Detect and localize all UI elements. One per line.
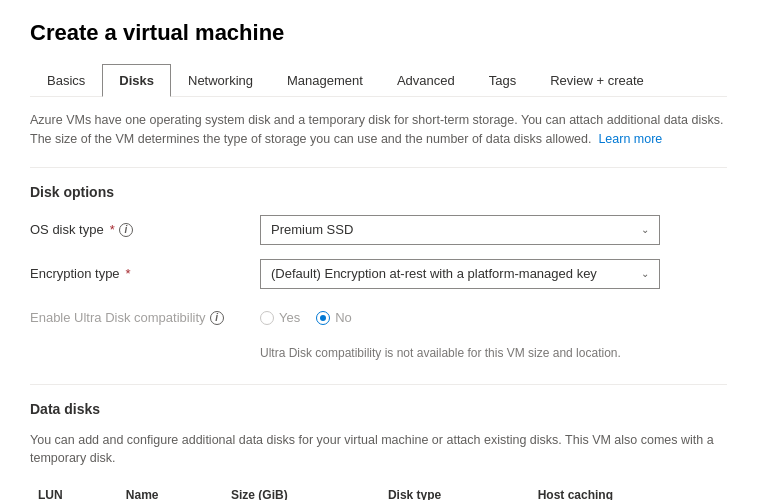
page-title: Create a virtual machine <box>30 20 727 46</box>
radio-yes-circle <box>260 311 274 325</box>
chevron-down-icon: ⌄ <box>641 224 649 235</box>
tab-tags[interactable]: Tags <box>472 64 533 97</box>
page-description: Azure VMs have one operating system disk… <box>30 111 727 149</box>
os-disk-type-row: OS disk type * i Premium SSD ⌄ <box>30 214 727 246</box>
os-disk-type-control: Premium SSD ⌄ <box>260 215 660 245</box>
tab-review-create[interactable]: Review + create <box>533 64 661 97</box>
encryption-type-row: Encryption type * (Default) Encryption a… <box>30 258 727 290</box>
disk-options-title: Disk options <box>30 184 727 200</box>
encryption-type-select[interactable]: (Default) Encryption at-rest with a plat… <box>260 259 660 289</box>
required-marker-2: * <box>126 266 131 281</box>
os-disk-type-label: OS disk type * i <box>30 222 260 237</box>
radio-no-circle <box>316 311 330 325</box>
col-disk-type: Disk type <box>380 482 530 500</box>
data-disks-description: You can add and configure additional dat… <box>30 431 727 469</box>
divider <box>30 167 727 168</box>
tab-networking[interactable]: Networking <box>171 64 270 97</box>
tab-management[interactable]: Management <box>270 64 380 97</box>
encryption-type-label: Encryption type * <box>30 266 260 281</box>
ultra-disk-label: Enable Ultra Disk compatibility i <box>30 310 260 325</box>
col-host-caching: Host caching <box>530 482 727 500</box>
ultra-disk-yes-option[interactable]: Yes <box>260 310 300 325</box>
chevron-down-icon-2: ⌄ <box>641 268 649 279</box>
os-disk-type-info-icon[interactable]: i <box>119 223 133 237</box>
ultra-disk-no-option[interactable]: No <box>316 310 352 325</box>
tab-bar: Basics Disks Networking Management Advan… <box>30 64 727 97</box>
ultra-disk-control: Yes No <box>260 310 660 325</box>
learn-more-link[interactable]: Learn more <box>598 132 662 146</box>
ultra-disk-radio-group: Yes No <box>260 310 660 325</box>
divider-2 <box>30 384 727 385</box>
encryption-type-control: (Default) Encryption at-rest with a plat… <box>260 259 660 289</box>
os-disk-type-select[interactable]: Premium SSD ⌄ <box>260 215 660 245</box>
data-disks-section: Data disks You can add and configure add… <box>30 401 727 501</box>
col-name: Name <box>118 482 223 500</box>
required-marker: * <box>110 222 115 237</box>
col-size: Size (GiB) <box>223 482 380 500</box>
tab-basics[interactable]: Basics <box>30 64 102 97</box>
ultra-disk-info-icon[interactable]: i <box>210 311 224 325</box>
ultra-disk-row: Enable Ultra Disk compatibility i Yes No <box>30 302 727 334</box>
disk-options-section: Disk options OS disk type * i Premium SS… <box>30 184 727 360</box>
tab-advanced[interactable]: Advanced <box>380 64 472 97</box>
col-lun: LUN <box>30 482 118 500</box>
data-disks-table: LUN Name Size (GiB) Disk type Host cachi… <box>30 482 727 500</box>
tab-disks[interactable]: Disks <box>102 64 171 97</box>
ultra-disk-note: Ultra Disk compatibility is not availabl… <box>260 346 727 360</box>
data-disks-title: Data disks <box>30 401 727 417</box>
